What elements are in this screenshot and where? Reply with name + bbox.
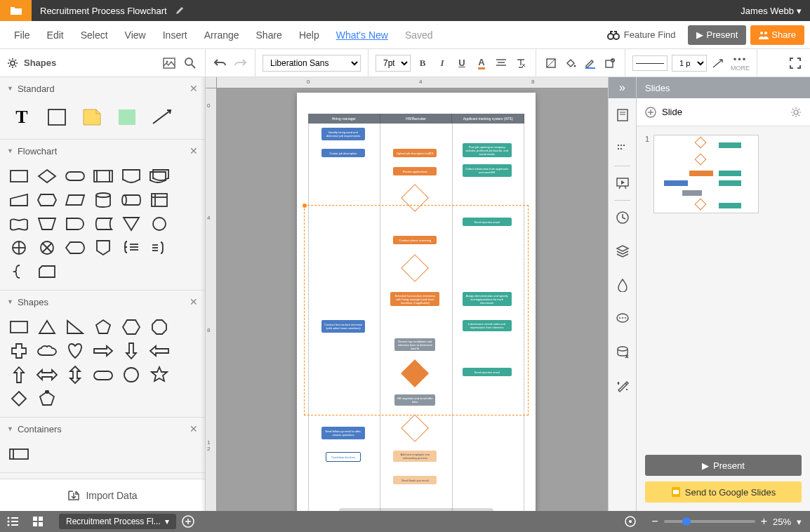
slide-thumbnail-1[interactable]: 1 bbox=[645, 135, 802, 213]
sh-star[interactable] bbox=[147, 365, 171, 385]
menu-help[interactable]: Help bbox=[291, 29, 328, 41]
zoom-level[interactable]: 25% bbox=[773, 517, 791, 527]
fc-summing[interactable] bbox=[35, 238, 59, 258]
node-followup[interactable]: Send follow-up email to offer, answer qu… bbox=[321, 427, 365, 439]
fc-direct-data[interactable] bbox=[119, 190, 143, 210]
hotspot-shape[interactable] bbox=[115, 107, 139, 128]
close-icon[interactable]: ✕ bbox=[190, 423, 198, 434]
menu-file[interactable]: File bbox=[6, 29, 39, 41]
rail-droplet-icon[interactable] bbox=[609, 268, 636, 302]
font-select[interactable]: Liberation Sans bbox=[263, 55, 361, 72]
fc-off-page[interactable] bbox=[91, 238, 115, 258]
zoom-slider[interactable] bbox=[664, 520, 755, 523]
fc-merge[interactable] bbox=[119, 214, 143, 234]
underline-icon[interactable]: U bbox=[454, 55, 470, 71]
sh-polygon[interactable] bbox=[35, 389, 59, 408]
fc-note-right[interactable] bbox=[147, 238, 171, 258]
border-color-icon[interactable] bbox=[583, 55, 598, 71]
fc-decision[interactable] bbox=[35, 166, 59, 186]
rail-layers-icon[interactable] bbox=[609, 234, 636, 268]
container-swimlane[interactable] bbox=[7, 444, 31, 464]
category-shapes[interactable]: ▼ Shapes ✕ bbox=[0, 291, 205, 313]
sh-heart[interactable] bbox=[63, 341, 87, 361]
node-create-desc[interactable]: Create job description bbox=[321, 149, 365, 157]
zoom-out-button[interactable]: − bbox=[651, 515, 658, 528]
document-title[interactable]: Recruitment Process Flowchart bbox=[32, 6, 175, 16]
sh-cross[interactable] bbox=[7, 341, 31, 361]
bold-icon[interactable]: B bbox=[415, 55, 430, 71]
sh-arrow-left[interactable] bbox=[147, 341, 171, 361]
node-upload-ats[interactable]: Upload job description to ATS bbox=[393, 149, 437, 157]
lane-title-2[interactable]: HR/Recruiter bbox=[380, 114, 453, 124]
align-icon[interactable] bbox=[493, 55, 509, 71]
line-shape[interactable] bbox=[150, 107, 174, 128]
present-button[interactable]: ▶ Present bbox=[688, 25, 746, 45]
fc-brace[interactable] bbox=[119, 238, 143, 258]
gear-icon[interactable] bbox=[790, 107, 802, 118]
fc-display[interactable] bbox=[63, 238, 87, 258]
menu-whats-new[interactable]: What's New bbox=[328, 29, 397, 41]
shape-options-icon[interactable] bbox=[602, 55, 618, 71]
rail-page-icon[interactable] bbox=[609, 98, 636, 132]
rail-present-icon[interactable] bbox=[609, 166, 636, 200]
close-icon[interactable]: ✕ bbox=[190, 296, 198, 307]
sh-arrow-down[interactable] bbox=[119, 341, 143, 361]
sh-callout[interactable] bbox=[91, 365, 115, 385]
list-view-icon[interactable] bbox=[0, 517, 25, 526]
line-style-select[interactable] bbox=[632, 55, 668, 71]
canvas-page[interactable]: Hiring manager HR/Recruiter Applicant tr… bbox=[297, 93, 536, 511]
fullscreen-icon[interactable] bbox=[788, 55, 803, 71]
node-add-emp[interactable]: Add new employee into onboarding process bbox=[393, 451, 437, 462]
fc-manual-op[interactable] bbox=[35, 214, 59, 234]
sh-triangle[interactable] bbox=[35, 317, 59, 337]
block-shape[interactable] bbox=[45, 107, 69, 128]
node-accepts[interactable] bbox=[401, 414, 430, 442]
search-icon[interactable] bbox=[182, 55, 198, 71]
user-menu[interactable]: James Webb ▾ bbox=[732, 6, 810, 16]
more-button[interactable]: ••• MORE bbox=[731, 54, 750, 72]
sh-arrow-ud[interactable] bbox=[63, 365, 87, 385]
page-scrollbar[interactable] bbox=[339, 508, 493, 511]
sh-rect[interactable] bbox=[7, 317, 31, 337]
lane-title-1[interactable]: Hiring manager bbox=[308, 114, 380, 124]
chevron-down-icon[interactable]: ▾ bbox=[797, 517, 802, 527]
sh-cloud[interactable] bbox=[35, 341, 59, 361]
close-icon[interactable]: ✕ bbox=[190, 145, 198, 157]
fc-bracket[interactable] bbox=[7, 262, 31, 281]
zoom-in-button[interactable]: + bbox=[761, 515, 767, 528]
fc-document[interactable] bbox=[119, 166, 143, 186]
folder-icon[interactable] bbox=[0, 0, 32, 21]
sh-arrow-right[interactable] bbox=[91, 341, 115, 361]
menu-arrange[interactable]: Arrange bbox=[196, 29, 248, 41]
category-standard[interactable]: ▼ Standard ✕ bbox=[0, 77, 205, 100]
page-tab[interactable]: Recruitment Process Fl... ▾ bbox=[59, 514, 176, 529]
note-shape[interactable] bbox=[80, 107, 104, 128]
fc-manual-input[interactable] bbox=[7, 190, 31, 210]
node-thank[interactable]: Send thank you email bbox=[393, 476, 437, 484]
selection-box[interactable] bbox=[304, 205, 529, 415]
menu-insert[interactable]: Insert bbox=[154, 29, 196, 41]
fc-database[interactable] bbox=[91, 190, 115, 210]
fc-card[interactable] bbox=[35, 262, 59, 281]
text-shape[interactable]: T bbox=[10, 107, 34, 128]
rail-history-icon[interactable] bbox=[609, 201, 636, 234]
rail-collapse-icon[interactable]: » bbox=[609, 77, 636, 98]
fc-terminator[interactable] bbox=[63, 166, 87, 186]
menu-view[interactable]: View bbox=[117, 29, 154, 41]
rail-comment-icon[interactable] bbox=[609, 132, 636, 166]
fc-preparation[interactable] bbox=[35, 190, 59, 210]
rail-chat-icon[interactable] bbox=[609, 302, 636, 335]
font-size-select[interactable]: 7pt bbox=[376, 55, 411, 72]
rail-data-icon[interactable] bbox=[609, 335, 636, 369]
sh-pentagon[interactable] bbox=[91, 317, 115, 337]
gear-icon[interactable] bbox=[7, 58, 18, 69]
fc-or[interactable] bbox=[7, 238, 31, 258]
node-declines[interactable]: Candidate declines bbox=[326, 452, 361, 462]
text-color-icon[interactable]: A bbox=[474, 55, 489, 71]
menu-edit[interactable]: Edit bbox=[39, 29, 72, 41]
line-arrow-icon[interactable] bbox=[711, 55, 726, 71]
undo-icon[interactable] bbox=[213, 55, 228, 71]
target-icon[interactable] bbox=[618, 515, 643, 528]
slides-present-button[interactable]: ▶ Present bbox=[645, 455, 802, 476]
rail-magic-icon[interactable] bbox=[609, 369, 636, 403]
